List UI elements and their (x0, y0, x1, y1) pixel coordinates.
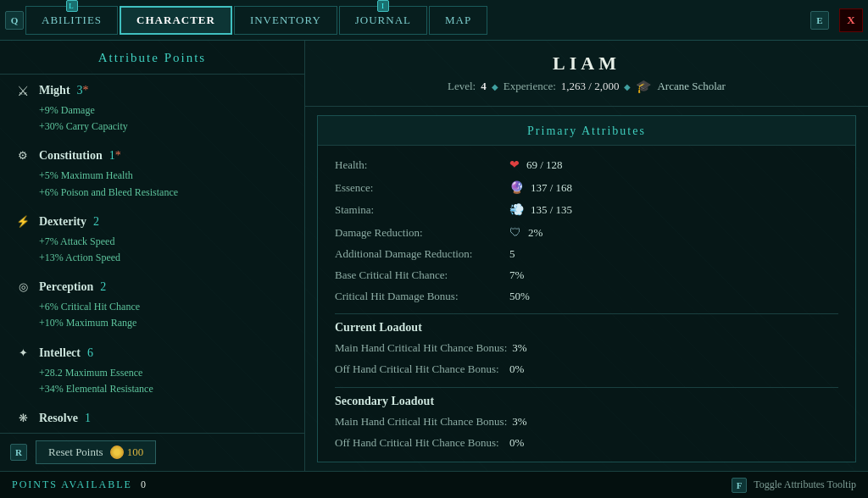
character-name: LIAM (305, 53, 868, 75)
secondary-loadout-title: Secondary Loadout (335, 395, 838, 408)
crit-damage-bonus-value: 50% (509, 286, 530, 307)
might-value: 3* (77, 84, 89, 97)
resolve-name: Resolve (39, 412, 78, 425)
stat-damage-reduction: Damage Reduction: 🛡 2% (335, 222, 838, 245)
reset-points-button[interactable]: Reset Points 100 (36, 440, 156, 464)
tab-journal[interactable]: I JOURNAL (339, 6, 427, 35)
left-panel: Attribute Points ⚔ Might 3* +9% Damage +… (0, 41, 305, 471)
stat-stamina: Stamina: 💨 135 / 135 (335, 199, 838, 222)
health-value: 69 / 128 (526, 155, 563, 176)
intellect-value: 6 (87, 346, 93, 360)
stamina-value: 135 / 135 (531, 200, 572, 221)
close-button[interactable]: X (839, 8, 863, 32)
current-main-hand-label: Main Hand Critical Hit Chance Bonus: (335, 338, 507, 359)
nav-bar: Q L ABILITIES CHARACTER INVENTORY I JOUR… (0, 0, 868, 41)
secondary-main-hand-label: Main Hand Critical Hit Chance Bonus: (335, 412, 507, 433)
points-label-text: POINTS AVAILABLE (12, 479, 132, 491)
current-off-hand-value: 0% (509, 359, 524, 380)
essence-value: 137 / 168 (531, 178, 572, 199)
additional-damage-reduction-label: Additional Damage Reduction: (335, 244, 504, 265)
constitution-value: 1* (109, 149, 121, 163)
stat-additional-damage-reduction: Additional Damage Reduction: 5 (335, 244, 838, 265)
intellect-name: Intellect (39, 346, 81, 360)
health-label: Health: (335, 155, 504, 176)
character-header: LIAM Level: 4 ◆ Experience: 1,263 / 2,00… (305, 41, 868, 107)
stat-essence: Essence: 🔮 137 / 168 (335, 177, 838, 200)
class-icon: 🎓 (636, 79, 652, 94)
points-value: 0 (141, 479, 147, 491)
toggle-key: F (732, 478, 747, 493)
current-main-hand-crit: Main Hand Critical Hit Chance Bonus: 3% (335, 338, 838, 359)
current-off-hand-crit: Off Hand Critical Hit Chance Bonus: 0% (335, 359, 838, 380)
damage-reduction-label: Damage Reduction: (335, 223, 504, 244)
attr-perception: ◎ Perception 2 +6% Critical Hit Chance +… (14, 278, 291, 331)
dexterity-value: 2 (93, 215, 99, 229)
q-key: Q (5, 11, 24, 30)
e-key: E (810, 11, 829, 30)
damage-reduction-value: 2% (528, 223, 542, 244)
tab-abilities[interactable]: L ABILITIES (25, 6, 118, 35)
essence-label: Essence: (335, 178, 504, 199)
attribute-points-title: Attribute Points (0, 41, 304, 75)
level-label: Level: (448, 80, 476, 93)
right-panel: LIAM Level: 4 ◆ Experience: 1,263 / 2,00… (305, 41, 868, 471)
reset-key-badge: R (10, 444, 27, 461)
tab-inventory[interactable]: INVENTORY (234, 6, 337, 35)
abilities-key-badge: L (66, 0, 78, 12)
attributes-list: ⚔ Might 3* +9% Damage +30% Carry Capacit… (0, 75, 304, 433)
character-info: Level: 4 ◆ Experience: 1,263 / 2,000 ◆ 🎓… (305, 79, 868, 102)
dexterity-name: Dexterity (39, 215, 86, 229)
secondary-off-hand-label: Off Hand Critical Hit Chance Bonus: (335, 433, 504, 454)
crit-damage-bonus-label: Critical Hit Damage Bonus: (335, 286, 504, 307)
attr-constitution: ⚙ Constitution 1* +5% Maximum Health +6%… (14, 147, 291, 200)
status-bar: POINTS AVAILABLE 0 F Toggle Attributes T… (0, 471, 868, 498)
points-available-label: POINTS AVAILABLE 0 (12, 479, 147, 491)
current-main-hand-value: 3% (512, 338, 526, 359)
attr-resolve: ❋ Resolve 1 +5 Maximum Stamina +12% Seco… (14, 409, 291, 433)
coin-value: 100 (127, 445, 144, 459)
current-off-hand-label: Off Hand Critical Hit Chance Bonus: (335, 359, 504, 380)
perception-icon: ◎ (14, 278, 32, 296)
constitution-icon: ⚙ (14, 147, 32, 165)
essence-icon: 🔮 (509, 177, 524, 200)
main-layout: Attribute Points ⚔ Might 3* +9% Damage +… (0, 41, 868, 471)
stamina-icon: 💨 (509, 199, 524, 222)
constitution-bonus: +5% Maximum Health +6% Poison and Bleed … (14, 168, 291, 200)
dexterity-bonus: +7% Attack Speed +13% Action Speed (14, 234, 291, 266)
stamina-label: Stamina: (335, 200, 504, 221)
damage-reduction-icon: 🛡 (509, 222, 521, 245)
stat-crit-damage-bonus: Critical Hit Damage Bonus: 50% (335, 286, 838, 307)
might-icon: ⚔ (14, 81, 32, 100)
coin-icon (110, 445, 124, 459)
primary-attributes-title: Primary Attributes (318, 116, 855, 146)
health-icon: ❤ (509, 154, 520, 177)
secondary-main-hand-value: 3% (512, 412, 526, 433)
map-tab-label: MAP (445, 14, 471, 27)
stat-health: Health: ❤ 69 / 128 (335, 154, 838, 177)
inventory-tab-label: INVENTORY (250, 14, 321, 27)
diamond-icon-1: ◆ (492, 82, 498, 91)
tab-character[interactable]: CHARACTER (120, 6, 232, 35)
secondary-off-hand-crit: Off Hand Critical Hit Chance Bonus: 0% (335, 433, 838, 454)
diamond-icon-2: ◆ (624, 82, 631, 91)
attributes-content: Health: ❤ 69 / 128 Essence: 🔮 137 / 168 … (318, 146, 855, 462)
experience-label: Experience: (504, 80, 556, 93)
might-bonus: +9% Damage +30% Carry Capacity (14, 102, 291, 135)
toggle-label: Toggle Attributes Tooltip (754, 479, 856, 491)
perception-name: Perception (39, 280, 93, 294)
left-bottom-bar: R Reset Points 100 (0, 433, 304, 471)
attr-might: ⚔ Might 3* +9% Damage +30% Carry Capacit… (14, 81, 291, 135)
resolve-icon: ❋ (14, 409, 32, 428)
additional-damage-reduction-value: 5 (509, 244, 515, 265)
divider-2 (335, 387, 838, 388)
perception-bonus: +6% Critical Hit Chance +10% Maximum Ran… (14, 299, 291, 331)
abilities-tab-label: ABILITIES (42, 14, 102, 27)
divider-1 (335, 313, 838, 314)
current-loadout-title: Current Loadout (335, 321, 838, 335)
resolve-value: 1 (85, 412, 91, 425)
dexterity-icon: ⚡ (14, 213, 32, 231)
tab-map[interactable]: MAP (429, 6, 487, 35)
intellect-icon: ✦ (14, 344, 32, 362)
class-name: Arcane Scholar (657, 80, 726, 93)
primary-attributes-panel: Primary Attributes Health: ❤ 69 / 128 Es… (317, 115, 856, 462)
